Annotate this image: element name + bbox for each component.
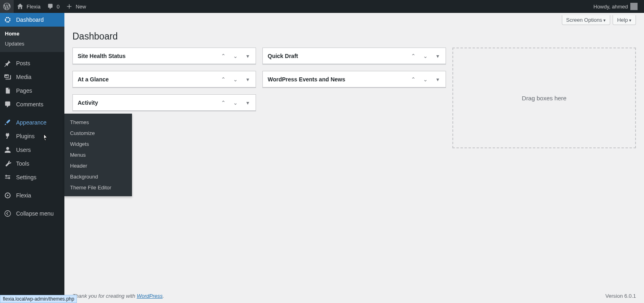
user-icon [4, 146, 12, 154]
menu-users-label: Users [16, 147, 31, 153]
dashboard-icon [4, 16, 12, 23]
widget-activity: Activity ⌃ ⌄ ▾ [72, 94, 256, 111]
widget-at-a-glance: At a Glance ⌃ ⌄ ▾ [72, 71, 256, 88]
flyout-background[interactable]: Background [64, 171, 132, 182]
widget-header[interactable]: Activity ⌃ ⌄ ▾ [73, 95, 256, 111]
toggle-icon[interactable]: ▾ [244, 76, 251, 83]
plus-icon [66, 3, 73, 10]
move-up-icon[interactable]: ⌃ [220, 100, 227, 106]
flyout-menus[interactable]: Menus [64, 149, 132, 160]
widget-actions: ⌃ ⌄ ▾ [410, 76, 441, 83]
plug-icon [4, 133, 12, 140]
browser-status-bar: flexia.local/wp-admin/themes.php [0, 295, 77, 303]
flyout-customize[interactable]: Customize [64, 128, 132, 139]
move-down-icon[interactable]: ⌄ [232, 100, 239, 106]
move-up-icon[interactable]: ⌃ [220, 53, 227, 59]
column-3: Drag boxes here [452, 48, 636, 148]
my-account-link[interactable]: Howdy, ahmed [590, 0, 641, 13]
menu-appearance-label: Appearance [16, 119, 47, 126]
adminbar-right: Howdy, ahmed [590, 0, 641, 13]
wp-logo-menu[interactable] [0, 0, 14, 13]
dropzone-text: Drag boxes here [522, 95, 567, 102]
page-icon [4, 87, 12, 94]
sliders-icon [4, 174, 12, 181]
toggle-icon[interactable]: ▾ [434, 53, 441, 59]
widget-actions: ⌃ ⌄ ▾ [220, 76, 251, 83]
menu-plugins-label: Plugins [16, 133, 35, 139]
page-title: Dashboard [72, 27, 636, 44]
widget-actions: ⌃ ⌄ ▾ [220, 100, 251, 106]
screen-options-tab[interactable]: Screen Options [562, 15, 611, 25]
move-up-icon[interactable]: ⌃ [410, 53, 417, 59]
help-tab[interactable]: Help [613, 15, 636, 25]
flyout-themes[interactable]: Themes [64, 117, 132, 128]
menu-posts[interactable]: Posts [0, 56, 64, 70]
move-down-icon[interactable]: ⌄ [422, 76, 429, 83]
widget-title: Site Health Status [78, 53, 126, 59]
menu-settings[interactable]: Settings [0, 170, 64, 184]
submenu-updates[interactable]: Updates [0, 39, 64, 49]
footer-thanks: Thank you for creating with WordPress. [72, 293, 164, 299]
widget-title: At a Glance [78, 76, 109, 83]
admin-sidebar: Dashboard Home Updates Posts Media Pages… [0, 13, 64, 303]
widget-title: Quick Draft [268, 53, 298, 59]
brush-icon [4, 119, 12, 126]
new-content-link[interactable]: New [63, 0, 89, 13]
dashboard-submenu: Home Updates [0, 27, 64, 52]
menu-flexia-label: Flexia [16, 192, 31, 199]
menu-comments-label: Comments [16, 101, 43, 108]
version-text: Version 6.0.1 [605, 293, 636, 299]
menu-flexia[interactable]: Flexia [0, 189, 64, 202]
content-header-tabs: Screen Options Help [72, 13, 636, 27]
site-name-text: Flexia [27, 4, 41, 10]
comment-icon [47, 3, 54, 10]
dropzone[interactable]: Drag boxes here [452, 48, 636, 148]
move-up-icon[interactable]: ⌃ [410, 76, 417, 83]
wrench-icon [4, 160, 12, 167]
menu-pages-label: Pages [16, 87, 32, 94]
toggle-icon[interactable]: ▾ [434, 76, 441, 83]
wordpress-logo-icon [3, 3, 10, 10]
menu-media[interactable]: Media [0, 70, 64, 84]
pin-icon [4, 60, 12, 67]
menu-dashboard[interactable]: Dashboard [0, 13, 64, 27]
menu-tools[interactable]: Tools [0, 157, 64, 170]
move-down-icon[interactable]: ⌄ [232, 76, 239, 83]
menu-pages[interactable]: Pages [0, 84, 64, 98]
menu-users[interactable]: Users [0, 143, 64, 157]
wordpress-link[interactable]: WordPress [137, 293, 163, 299]
menu-appearance[interactable]: Appearance [0, 116, 64, 129]
comment-icon [4, 101, 12, 108]
media-icon [4, 73, 12, 81]
widget-header[interactable]: Quick Draft ⌃ ⌄ ▾ [263, 48, 446, 64]
flyout-widgets[interactable]: Widgets [64, 139, 132, 149]
menu-media-label: Media [16, 74, 31, 80]
home-icon [17, 3, 24, 10]
menu-plugins[interactable]: Plugins [0, 129, 64, 143]
move-down-icon[interactable]: ⌄ [422, 53, 429, 59]
greeting-text: Howdy, ahmed [593, 4, 628, 10]
widget-header[interactable]: At a Glance ⌃ ⌄ ▾ [73, 71, 256, 87]
svg-point-2 [5, 211, 10, 216]
toggle-icon[interactable]: ▾ [244, 100, 251, 106]
widget-header[interactable]: Site Health Status ⌃ ⌄ ▾ [73, 48, 256, 64]
submenu-home[interactable]: Home [0, 29, 64, 39]
widget-header[interactable]: WordPress Events and News ⌃ ⌄ ▾ [263, 71, 446, 87]
site-name-link[interactable]: Flexia [14, 0, 44, 13]
collapse-menu[interactable]: Collapse menu [0, 207, 64, 220]
flyout-header[interactable]: Header [64, 160, 132, 171]
toggle-icon[interactable]: ▾ [244, 53, 251, 59]
widget-actions: ⌃ ⌄ ▾ [220, 53, 251, 59]
menu-settings-label: Settings [16, 174, 37, 181]
move-down-icon[interactable]: ⌄ [232, 53, 239, 59]
menu-posts-label: Posts [16, 60, 30, 66]
appearance-submenu: Themes Customize Widgets Menus Header Ba… [64, 114, 132, 196]
menu-dashboard-label: Dashboard [16, 17, 44, 23]
widget-site-health: Site Health Status ⌃ ⌄ ▾ [72, 48, 256, 64]
flexia-icon [4, 192, 12, 199]
widget-title: WordPress Events and News [268, 76, 345, 83]
menu-comments[interactable]: Comments [0, 98, 64, 111]
comments-link[interactable]: 0 [44, 0, 63, 13]
flyout-theme-editor[interactable]: Theme File Editor [64, 182, 132, 193]
move-up-icon[interactable]: ⌃ [220, 76, 227, 83]
